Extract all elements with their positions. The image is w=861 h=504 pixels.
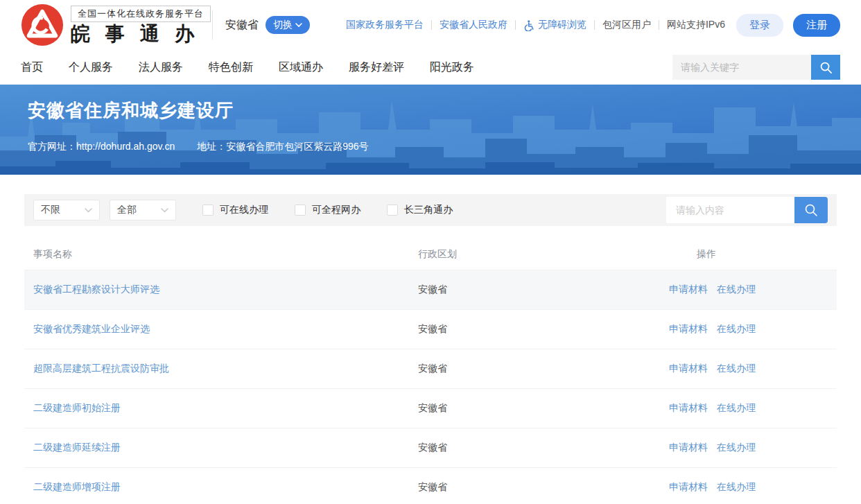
nav-item-open-gov[interactable]: 阳光政务	[430, 60, 474, 75]
item-region: 安徽省	[409, 481, 666, 494]
nav-item-corporate[interactable]: 法人服务	[139, 60, 183, 75]
region-switch-button[interactable]: 切换	[266, 16, 310, 34]
switch-label: 切换	[273, 19, 293, 31]
nav-item-home[interactable]: 首页	[21, 60, 43, 75]
checkbox[interactable]	[202, 205, 214, 216]
table-row: 二级建造师增项注册 安徽省 申请材料 在线办理	[24, 468, 837, 504]
chevron-down-icon	[161, 208, 168, 213]
nav-item-service-rating[interactable]: 服务好差评	[349, 60, 404, 75]
login-button[interactable]: 登录	[736, 14, 783, 37]
checkbox-online-handling[interactable]: 可在线办理	[202, 204, 268, 216]
apply-materials-link[interactable]: 申请材料	[669, 402, 708, 415]
online-handle-link[interactable]: 在线办理	[717, 323, 756, 336]
item-region: 安徽省	[409, 402, 666, 415]
checkbox-label: 可在线办理	[220, 204, 268, 216]
items-table: 事项名称 行政区划 操作 安徽省工程勘察设计大师评选 安徽省 申请材料 在线办理…	[24, 239, 837, 504]
nav-item-personal[interactable]: 个人服务	[69, 60, 113, 75]
keyword-search-button[interactable]	[811, 55, 840, 80]
item-region: 安徽省	[409, 363, 666, 375]
checkbox-label: 可全程网办	[312, 204, 360, 216]
search-icon	[804, 203, 818, 217]
link-national-platform[interactable]: 国家政务服务平台	[346, 19, 424, 31]
checkbox-full-online[interactable]: 可全程网办	[295, 204, 360, 216]
checkbox-label: 长三角通办	[404, 204, 453, 216]
dropdown-value: 全部	[117, 204, 137, 216]
nav-item-regional[interactable]: 区域通办	[279, 60, 323, 75]
chevron-down-icon	[85, 208, 92, 213]
search-icon	[819, 61, 833, 74]
separator	[659, 20, 659, 30]
link-accessibility[interactable]: 无障碍浏览	[523, 19, 586, 31]
column-header-actions: 操作	[666, 248, 837, 261]
register-button[interactable]: 注册	[793, 14, 840, 37]
online-handle-link[interactable]: 在线办理	[717, 442, 756, 454]
item-name-link[interactable]: 超限高层建筑工程抗震设防审批	[24, 363, 409, 375]
link-provincial-gov[interactable]: 安徽省人民政府	[440, 19, 507, 31]
checkbox-yangtze-delta[interactable]: 长三角通办	[387, 204, 453, 216]
separator	[594, 20, 595, 30]
item-name-link[interactable]: 安徽省优秀建筑业企业评选	[24, 323, 409, 336]
item-region: 安徽省	[409, 323, 666, 336]
dropdown-value: 不限	[41, 204, 60, 216]
filter-bar: 不限 全部 可在线办理 可全程网办 长三角通办	[24, 194, 837, 226]
checkbox[interactable]	[295, 205, 306, 216]
platform-tagline: 全国一体化在线政务服务平台	[71, 6, 211, 22]
item-name-link[interactable]: 二级建造师延续注册	[24, 442, 409, 454]
wheelchair-icon	[523, 19, 535, 31]
apply-materials-link[interactable]: 申请材料	[669, 284, 708, 296]
separator	[515, 20, 516, 30]
table-row: 安徽省优秀建筑业企业评选 安徽省 申请材料 在线办理	[24, 310, 837, 349]
main-nav: 首页 个人服务 法人服务 特色创新 区域通办 服务好差评 阳光政务	[0, 50, 861, 85]
table-row: 安徽省工程勘察设计大师评选 安徽省 申请材料 在线办理	[24, 270, 837, 310]
apply-materials-link[interactable]: 申请材料	[669, 481, 708, 494]
site-title: 皖事通办	[71, 24, 211, 45]
table-row: 二级建造师延续注册 安徽省 申请材料 在线办理	[24, 428, 837, 468]
table-row: 二级建造师初始注册 安徽省 申请材料 在线办理	[24, 389, 837, 428]
apply-materials-link[interactable]: 申请材料	[669, 363, 708, 375]
official-website-label: 官方网址：http://dohurd.ah.gov.cn	[28, 141, 175, 153]
main-content: 不限 全部 可在线办理 可全程网办 长三角通办 事项名称 行政区	[0, 194, 861, 504]
filter-dropdown-category[interactable]: 全部	[110, 200, 176, 220]
separator	[431, 20, 432, 30]
item-name-link[interactable]: 二级建造师增项注册	[24, 481, 409, 494]
top-header: 全国一体化在线政务服务平台 皖事通办 安徽省 切换 国家政务服务平台 安徽省人民…	[0, 0, 861, 50]
column-header-item-name: 事项名称	[24, 248, 409, 261]
keyword-search-input[interactable]	[672, 55, 811, 80]
apply-materials-link[interactable]: 申请材料	[669, 442, 708, 454]
checkbox[interactable]	[387, 205, 398, 216]
nav-item-innovation[interactable]: 特色创新	[209, 60, 253, 75]
logo-icon	[21, 3, 64, 46]
ipv6-support-label: 网站支持IPv6	[667, 19, 725, 31]
content-search-button[interactable]	[794, 197, 828, 223]
item-name-link[interactable]: 安徽省工程勘察设计大师评选	[24, 284, 409, 296]
table-row: 超限高层建筑工程抗震设防审批 安徽省 申请材料 在线办理	[24, 349, 837, 389]
online-handle-link[interactable]: 在线办理	[717, 481, 756, 494]
item-region: 安徽省	[409, 442, 666, 454]
chevron-down-icon	[295, 23, 302, 28]
accessibility-label: 无障碍浏览	[538, 19, 586, 31]
table-header-row: 事项名称 行政区划 操作	[24, 239, 837, 270]
filter-dropdown-scope[interactable]: 不限	[33, 200, 100, 220]
online-handle-link[interactable]: 在线办理	[717, 363, 756, 375]
online-handle-link[interactable]: 在线办理	[717, 402, 756, 415]
department-title: 安徽省住房和城乡建设厅	[28, 98, 234, 123]
online-handle-link[interactable]: 在线办理	[717, 284, 756, 296]
department-banner: 安徽省住房和城乡建设厅 官方网址：http://dohurd.ah.gov.cn…	[0, 85, 861, 175]
content-search-input[interactable]	[666, 197, 794, 223]
link-district-user[interactable]: 包河区用户	[602, 19, 651, 31]
current-region-label: 安徽省	[225, 18, 259, 33]
column-header-region: 行政区划	[409, 248, 666, 261]
header-divider	[212, 10, 213, 40]
item-region: 安徽省	[409, 284, 666, 296]
address-label: 地址：安徽省合肥市包河区紫云路996号	[197, 141, 368, 153]
item-name-link[interactable]: 二级建造师初始注册	[24, 402, 409, 415]
apply-materials-link[interactable]: 申请材料	[669, 323, 708, 336]
